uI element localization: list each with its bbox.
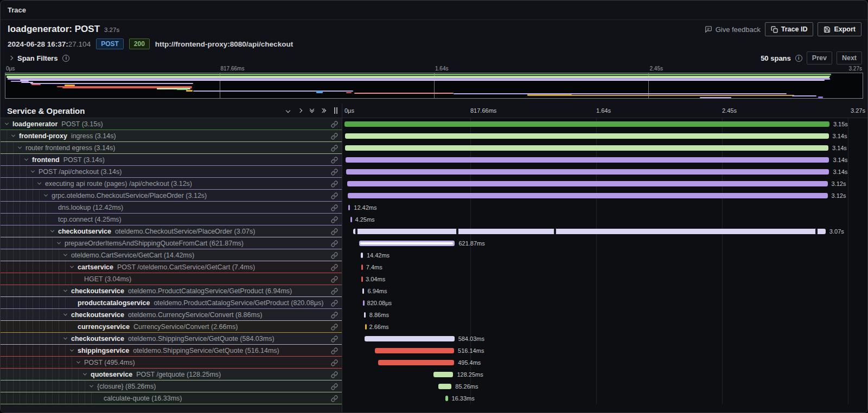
chevron-down-icon[interactable]	[70, 264, 74, 268]
span-link[interactable]	[331, 323, 338, 333]
link-icon[interactable]	[331, 204, 338, 211]
link-icon[interactable]	[331, 371, 338, 378]
span-bar[interactable]	[375, 348, 454, 353]
link-icon[interactable]	[331, 312, 338, 319]
span-bar[interactable]	[361, 276, 363, 282]
link-icon[interactable]	[331, 145, 338, 152]
trace-id-button[interactable]: Trace ID	[765, 22, 814, 36]
link-icon[interactable]	[331, 359, 338, 366]
link-icon[interactable]	[331, 395, 338, 402]
link-icon[interactable]	[331, 347, 338, 354]
span-link[interactable]	[331, 371, 338, 380]
give-feedback-link[interactable]: Give feedback	[705, 25, 761, 34]
link-icon[interactable]	[331, 228, 338, 235]
span-row-label[interactable]: prepareOrderItemsAndShippingQuoteFromCar…	[1, 237, 342, 249]
link-icon[interactable]	[331, 288, 338, 295]
span-bar[interactable]	[350, 217, 352, 222]
span-link[interactable]	[331, 192, 338, 202]
span-bar[interactable]	[344, 121, 829, 127]
span-bar[interactable]	[445, 396, 448, 401]
link-icon[interactable]	[331, 264, 338, 271]
span-row-label[interactable]: executing api route (pages) /api/checkou…	[1, 178, 342, 190]
span-link[interactable]	[331, 228, 338, 237]
span-row-label[interactable]: currencyserviceCurrencyService/Convert (…	[1, 321, 342, 333]
span-bar[interactable]	[348, 193, 828, 198]
export-button[interactable]: Export	[818, 22, 861, 36]
span-bar[interactable]	[347, 181, 827, 186]
span-row-label[interactable]: checkoutserviceoteldemo.ShippingService/…	[1, 333, 342, 345]
span-bar[interactable]	[363, 300, 365, 306]
span-link[interactable]	[331, 299, 338, 309]
span-row-label[interactable]: tcp.connect (4.25ms)	[1, 214, 342, 225]
span-bar[interactable]	[378, 360, 455, 365]
chevron-down-icon[interactable]	[63, 312, 67, 316]
span-link[interactable]	[331, 251, 338, 261]
span-link[interactable]	[331, 120, 338, 130]
link-icon[interactable]	[331, 133, 338, 140]
link-icon[interactable]	[331, 324, 338, 331]
span-row-label[interactable]: grpc.oteldemo.CheckoutService/PlaceOrder…	[1, 190, 342, 202]
span-row-label[interactable]: calculate-quote (16.33ms)	[1, 392, 342, 404]
link-icon[interactable]	[331, 121, 338, 128]
info-icon[interactable]: i	[62, 55, 69, 62]
span-bar[interactable]	[346, 157, 829, 163]
chevron-down-icon[interactable]	[50, 229, 54, 233]
span-bar[interactable]	[348, 205, 350, 210]
info-icon[interactable]: i	[795, 55, 802, 62]
span-link[interactable]	[331, 180, 338, 190]
chevron-down-icon[interactable]	[11, 133, 15, 137]
link-icon[interactable]	[331, 276, 338, 283]
span-row-label[interactable]: productcatalogserviceoteldemo.ProductCat…	[1, 297, 342, 309]
expand-all-icon[interactable]	[322, 109, 326, 112]
span-link[interactable]	[331, 216, 338, 225]
span-bar[interactable]	[438, 384, 451, 389]
span-bar[interactable]	[365, 324, 367, 330]
span-bar[interactable]	[433, 372, 453, 377]
span-link[interactable]	[331, 168, 338, 178]
span-row-label[interactable]: frontendPOST (3.14s)	[1, 154, 342, 166]
link-icon[interactable]	[331, 252, 338, 259]
span-row-label[interactable]: checkoutserviceoteldemo.CurrencyService/…	[1, 309, 342, 321]
chevron-down-icon[interactable]	[63, 336, 67, 340]
link-icon[interactable]	[331, 240, 338, 247]
span-filters-toggle[interactable]: Span Filters i	[9, 54, 69, 62]
column-resize-handle[interactable]	[334, 107, 337, 114]
span-bar[interactable]	[345, 145, 828, 151]
span-row-label[interactable]: loadgeneratorPOST (3.15s)	[1, 118, 342, 130]
span-link[interactable]	[331, 335, 338, 345]
chevron-down-icon[interactable]	[37, 181, 41, 185]
span-link[interactable]	[331, 383, 338, 392]
minimap-canvas[interactable]	[5, 73, 863, 99]
collapse-all-icon[interactable]	[310, 109, 314, 112]
span-bar[interactable]	[346, 169, 829, 175]
span-row-label[interactable]: POST /api/checkout (3.14s)	[1, 166, 342, 178]
span-row-label[interactable]: quoteservicePOST /getquote (128.25ms)	[1, 369, 342, 380]
span-link[interactable]	[331, 240, 338, 249]
next-button[interactable]: Next	[837, 51, 862, 64]
span-bar[interactable]	[364, 312, 366, 318]
span-link[interactable]	[331, 156, 338, 166]
span-bar[interactable]	[362, 288, 364, 294]
link-icon[interactable]	[331, 300, 338, 307]
span-bar[interactable]	[345, 133, 828, 139]
chevron-down-icon[interactable]	[57, 241, 61, 244]
link-icon[interactable]	[331, 157, 338, 164]
chevron-down-icon[interactable]	[31, 169, 35, 173]
span-row-label[interactable]: POST (495.4ms)	[1, 357, 342, 369]
span-row-label[interactable]: dns.lookup (12.42ms)	[1, 202, 342, 214]
span-link[interactable]	[331, 263, 338, 273]
chevron-down-icon[interactable]	[24, 157, 28, 161]
link-icon[interactable]	[331, 169, 338, 176]
span-link[interactable]	[331, 132, 338, 142]
link-icon[interactable]	[331, 383, 338, 390]
span-row-label[interactable]: {closure} (85.26ms)	[1, 380, 342, 392]
expand-one-icon[interactable]	[298, 109, 302, 112]
span-link[interactable]	[331, 359, 338, 369]
link-icon[interactable]	[331, 335, 338, 343]
span-bar[interactable]	[353, 229, 826, 234]
link-icon[interactable]	[331, 216, 338, 223]
chevron-down-icon[interactable]	[70, 348, 74, 352]
chevron-down-icon[interactable]	[63, 288, 67, 292]
chevron-down-icon[interactable]	[5, 121, 9, 125]
span-row-label[interactable]: checkoutserviceoteldemo.ProductCatalogSe…	[1, 285, 342, 297]
